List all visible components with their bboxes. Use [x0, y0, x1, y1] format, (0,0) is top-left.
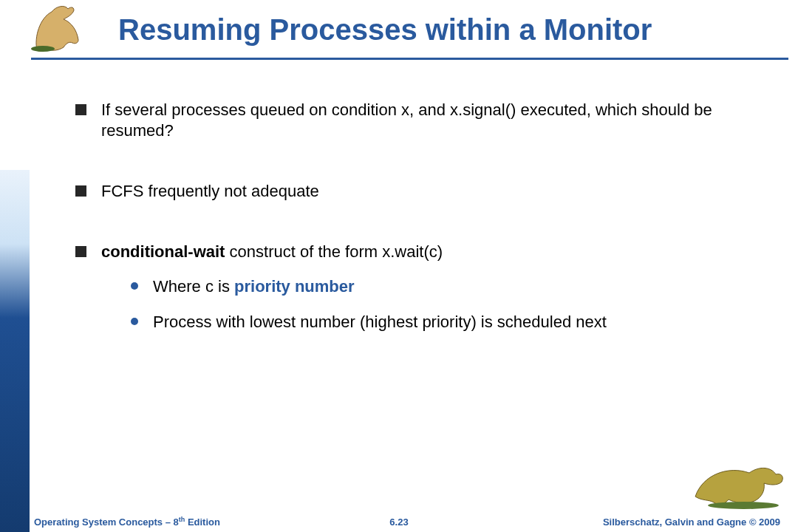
sub-bullet-item: Process with lowest number (highest prio… — [131, 312, 770, 332]
sub-bullet-item: Where c is priority number — [131, 276, 770, 297]
bullet-lead-term: conditional-wait — [101, 242, 225, 261]
sub-pre: Process with lowest number (highest prio… — [153, 313, 607, 331]
svg-point-1 — [708, 502, 779, 509]
dinosaur-icon — [30, 0, 103, 53]
slide: Resuming Processes within a Monitor If s… — [0, 0, 798, 532]
bullet-item: conditional-wait construct of the form x… — [75, 242, 770, 347]
bullet-text: FCFS frequently not adequate — [101, 181, 770, 202]
side-gradient-stripe — [0, 0, 30, 532]
square-bullet-icon — [75, 246, 86, 257]
slide-title-block: Resuming Processes within a Monitor — [118, 13, 754, 47]
title-underline — [31, 58, 788, 60]
sub-bullet-list: Where c is priority number Process with … — [101, 276, 770, 332]
footer-copyright: Silberschatz, Galvin and Gagne © 2009 — [603, 516, 780, 528]
bullet-rest: construct of the form x.wait(c) — [225, 242, 443, 261]
sub-bullet-text: Process with lowest number (highest prio… — [153, 312, 607, 332]
slide-footer: Operating System Concepts – 8th Edition … — [0, 513, 798, 528]
bullet-item: FCFS frequently not adequate — [75, 181, 770, 202]
bullet-item: If several processes queued on condition… — [75, 100, 770, 141]
sub-bullet-text: Where c is priority number — [153, 276, 355, 297]
svg-point-0 — [31, 46, 55, 52]
square-bullet-icon — [75, 104, 86, 115]
dinosaur-icon — [692, 460, 788, 511]
circle-bullet-icon — [131, 282, 138, 290]
bullet-text: conditional-wait construct of the form x… — [101, 242, 770, 347]
sub-highlight: priority number — [234, 277, 355, 296]
circle-bullet-icon — [131, 318, 138, 325]
sub-pre: Where c is — [153, 277, 234, 296]
bullet-text: If several processes queued on condition… — [101, 100, 770, 141]
slide-title: Resuming Processes within a Monitor — [118, 13, 652, 47]
square-bullet-icon — [75, 185, 86, 197]
slide-body: If several processes queued on condition… — [75, 100, 770, 347]
